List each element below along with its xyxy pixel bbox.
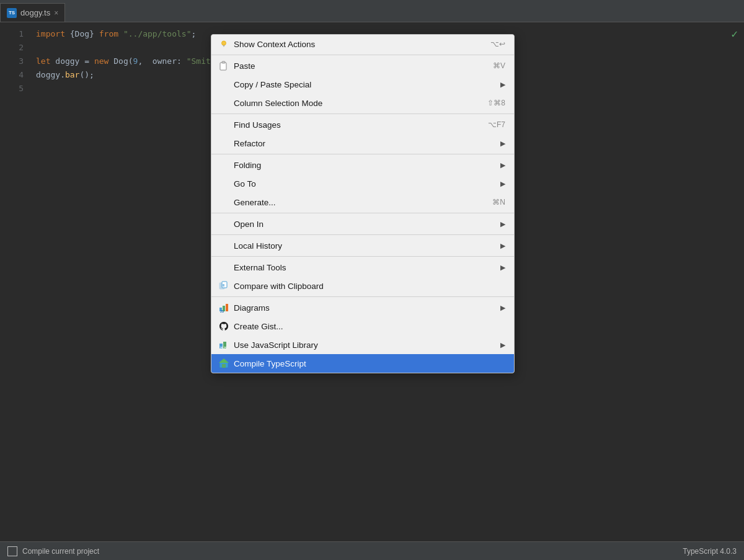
svg-rect-11 [226, 304, 228, 311]
diagrams-icon: JS [218, 301, 230, 314]
menu-item-diagrams[interactable]: JS Diagrams ▶ [211, 298, 514, 317]
menu-separator-7 [211, 296, 514, 297]
menu-item-label: Open In [234, 220, 497, 229]
file-tab[interactable]: TS doggy.ts × [0, 3, 65, 22]
svg-text:JS: JS [223, 346, 228, 350]
menu-item-open-in[interactable]: Open In ▶ [211, 215, 514, 233]
submenu-arrow-icon: ▶ [500, 140, 505, 148]
menu-item-label: Paste [234, 61, 480, 71]
empty-icon [218, 196, 230, 208]
menu-separator-3 [211, 154, 514, 154]
empty-icon [218, 78, 230, 91]
github-icon [218, 320, 230, 332]
paste-icon [218, 60, 230, 72]
check-mark-icon: ✓ [731, 27, 738, 41]
menu-item-copy-paste-special[interactable]: Copy / Paste Special ▶ [211, 75, 514, 94]
menu-item-refactor[interactable]: Refactor ▶ [211, 134, 514, 153]
menu-item-use-js-library[interactable]: JS JS Use JavaScript Library ▶ [211, 336, 514, 354]
menu-item-label: Go To [234, 179, 497, 189]
tab-filename: doggy.ts [20, 8, 50, 17]
menu-item-shortcut: ⌘V [480, 61, 505, 70]
svg-rect-2 [223, 46, 224, 47]
submenu-arrow-icon: ▶ [500, 341, 505, 349]
status-right: TypeScript 4.0.3 [683, 547, 737, 556]
submenu-arrow-icon: ▶ [500, 81, 505, 89]
lightbulb-icon [218, 38, 230, 50]
empty-icon [218, 218, 230, 230]
svg-point-0 [222, 41, 226, 45]
svg-rect-3 [220, 63, 226, 70]
menu-item-label: Compile TypeScript [234, 359, 505, 368]
menu-item-label: Find Usages [234, 120, 476, 130]
menu-item-create-gist[interactable]: Create Gist... [211, 317, 514, 336]
menu-item-compile-typescript[interactable]: Compile TypeScript [211, 354, 514, 373]
empty-icon [218, 261, 230, 273]
close-tab-icon[interactable]: × [54, 9, 58, 17]
menu-item-show-context-actions[interactable]: Show Context Actions ⌥↩ [211, 35, 514, 53]
compile-ts-icon [218, 357, 230, 370]
menu-item-label: Refactor [234, 139, 497, 148]
line-num-1: 1 [0, 27, 24, 41]
menu-separator-4 [211, 213, 514, 213]
empty-icon [218, 97, 230, 109]
menu-item-shortcut: ⇧⌘8 [475, 99, 505, 107]
svg-marker-19 [219, 358, 229, 363]
typescript-version: TypeScript 4.0.3 [683, 547, 737, 556]
menu-item-shortcut: ⌥F7 [476, 120, 505, 129]
svg-rect-4 [222, 61, 225, 63]
menu-item-paste[interactable]: Paste ⌘V [211, 56, 514, 75]
line-num-5: 5 [0, 82, 24, 96]
submenu-arrow-icon: ▶ [500, 264, 505, 272]
menu-item-local-history[interactable]: Local History ▶ [211, 236, 514, 255]
ts-file-icon: TS [7, 8, 17, 18]
menu-separator-2 [211, 113, 514, 114]
status-square-icon [7, 546, 17, 556]
line-num-3: 3 [0, 55, 24, 68]
menu-item-label: External Tools [234, 263, 497, 272]
menu-item-label: Create Gist... [234, 322, 505, 331]
empty-icon [218, 118, 230, 131]
menu-item-label: Diagrams [234, 303, 497, 313]
menu-item-label: Folding [234, 161, 497, 170]
menu-item-shortcut: ⌘N [480, 198, 505, 207]
menu-item-go-to[interactable]: Go To ▶ [211, 174, 514, 193]
empty-icon [218, 239, 230, 252]
js-library-icon: JS JS [218, 339, 230, 351]
menu-item-label: Column Selection Mode [234, 99, 475, 108]
submenu-arrow-icon: ▶ [500, 161, 505, 169]
submenu-arrow-icon: ▶ [500, 304, 505, 312]
menu-item-shortcut: ⌥↩ [478, 40, 505, 48]
svg-rect-18 [222, 364, 226, 368]
compare-clipboard-icon [218, 280, 230, 292]
status-bar: Compile current project TypeScript 4.0.3 [0, 541, 744, 560]
svg-rect-1 [223, 45, 225, 46]
menu-item-column-selection[interactable]: Column Selection Mode ⇧⌘8 [211, 94, 514, 112]
menu-item-label: Show Context Actions [234, 40, 478, 49]
submenu-arrow-icon: ▶ [500, 180, 505, 188]
menu-item-find-usages[interactable]: Find Usages ⌥F7 [211, 115, 514, 134]
submenu-arrow-icon: ▶ [500, 242, 505, 250]
menu-item-label: Copy / Paste Special [234, 80, 497, 89]
menu-separator-1 [211, 55, 514, 55]
menu-separator-6 [211, 256, 514, 257]
line-num-2: 2 [0, 41, 24, 55]
line-numbers: 1 2 3 4 5 [0, 22, 31, 541]
empty-icon [218, 159, 230, 171]
menu-item-external-tools[interactable]: External Tools ▶ [211, 258, 514, 277]
line-num-4: 4 [0, 68, 24, 82]
menu-item-folding[interactable]: Folding ▶ [211, 156, 514, 174]
empty-icon [218, 177, 230, 190]
menu-item-label: Compare with Clipboard [234, 282, 505, 291]
empty-icon [218, 137, 230, 149]
menu-item-compare-clipboard[interactable]: Compare with Clipboard [211, 277, 514, 295]
submenu-arrow-icon: ▶ [500, 220, 505, 228]
status-text: Compile current project [22, 547, 99, 556]
menu-item-label: Generate... [234, 198, 480, 207]
menu-item-generate[interactable]: Generate... ⌘N [211, 193, 514, 211]
tab-bar: TS doggy.ts × [0, 0, 744, 22]
menu-item-label: Use JavaScript Library [234, 340, 497, 350]
menu-item-label: Local History [234, 241, 497, 251]
menu-separator-5 [211, 234, 514, 235]
status-left: Compile current project [7, 546, 99, 556]
svg-text:JS: JS [220, 309, 224, 313]
